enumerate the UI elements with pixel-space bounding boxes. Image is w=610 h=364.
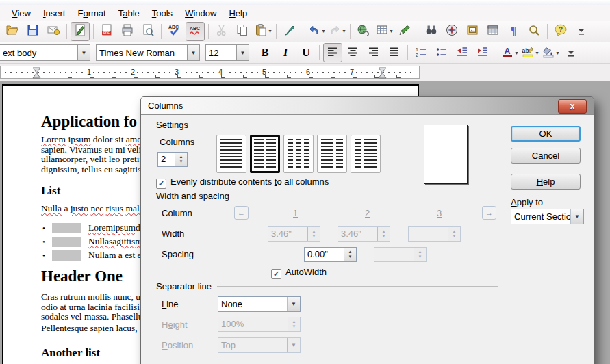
chevron-down-icon[interactable]: ▾ [515, 50, 518, 56]
email-button[interactable] [44, 22, 63, 41]
doc-line: Pellentesque sapien lacus, aliq [41, 324, 153, 334]
close-icon[interactable]: X [558, 99, 587, 114]
line-style-select[interactable]: None ▼ [218, 296, 301, 312]
indent-marker-left[interactable] [32, 67, 41, 81]
preset-one-column[interactable] [216, 135, 246, 173]
underline-button[interactable]: U [296, 43, 316, 62]
align-left-button[interactable] [323, 43, 342, 62]
find-and-replace-button[interactable] [422, 22, 441, 41]
help-button[interactable]: ? [551, 22, 570, 41]
spinner-arrows-icon[interactable]: ▲▼ [344, 248, 356, 261]
chevron-down-icon[interactable]: ▾ [535, 50, 538, 56]
insert-table-button[interactable]: ▾ [374, 22, 394, 41]
page-preview-button[interactable] [138, 22, 157, 41]
preset-two-columns[interactable] [250, 135, 280, 173]
ruler-half-tick [112, 75, 116, 78]
font-size-combo[interactable]: 12 ▼ [205, 44, 249, 61]
chevron-down-icon[interactable]: ▼ [77, 45, 90, 60]
chevron-down-icon[interactable]: ▾ [556, 50, 559, 56]
chevron-down-icon[interactable]: ▾ [322, 28, 325, 34]
align-center-button[interactable] [344, 43, 363, 62]
formatting-marks-button[interactable]: ¶ [504, 22, 523, 41]
gallery-button[interactable] [463, 22, 482, 41]
spelling-button[interactable]: ABC [165, 22, 184, 41]
width-1-value: 3.46" [268, 227, 307, 241]
chevron-down-icon[interactable]: ▾ [390, 28, 392, 34]
italic-button[interactable]: I [276, 43, 295, 62]
edit-file-button[interactable] [71, 22, 90, 41]
clone-formatting-button[interactable] [280, 22, 299, 41]
writer-window: ViewInsertFormatTableToolsWindowHelp PDF… [0, 0, 610, 364]
data-sources-button[interactable] [483, 22, 503, 41]
autowidth-checkbox[interactable]: ✓ [271, 269, 281, 279]
copy-button[interactable] [233, 22, 252, 41]
highlight-color-button[interactable]: ab▾ [520, 43, 539, 62]
decrease-indent-button[interactable] [453, 43, 472, 62]
font-name-combo[interactable]: Times New Roman ▼ [96, 44, 200, 61]
menu-help[interactable]: Help [223, 7, 253, 20]
open-button[interactable] [3, 22, 22, 41]
export-pdf-button[interactable]: PDF [97, 22, 116, 41]
spacing-1-field[interactable]: 0.00" ▲▼ [304, 247, 357, 262]
font-color-button[interactable]: A▾ [500, 43, 519, 62]
navigator-button[interactable] [442, 22, 461, 41]
toolbar-overflow-button[interactable] [572, 22, 591, 41]
distribute-checkbox[interactable]: ✓ [156, 179, 166, 189]
paste-button[interactable]: ▾ [253, 22, 272, 41]
show-draw-functions-button[interactable] [395, 22, 414, 41]
chevron-down-icon[interactable]: ▼ [187, 45, 199, 60]
spinner-arrows-icon[interactable]: ▲▼ [175, 153, 187, 166]
preset-three-columns[interactable] [283, 135, 314, 173]
preset-two-columns-left-wide[interactable] [317, 135, 347, 173]
ruler-half-tick [221, 75, 225, 78]
edit-file-icon [73, 23, 87, 39]
increase-indent-button[interactable] [473, 43, 492, 62]
column-number-3: 3 [437, 208, 442, 218]
zoom-button[interactable] [524, 22, 544, 41]
save-button[interactable] [23, 22, 42, 41]
menu-tools[interactable]: Tools [146, 7, 179, 20]
spacing-2-value [374, 248, 414, 261]
print-button[interactable] [118, 22, 137, 41]
chevron-down-icon[interactable]: ▼ [570, 209, 583, 224]
font-size-value: 12 [206, 48, 236, 58]
format-buttons: BIU12A▾ab▾▾ [255, 43, 581, 62]
hyperlink-button[interactable] [354, 22, 373, 41]
next-column-button[interactable]: → [482, 206, 496, 220]
align-right-button[interactable] [364, 43, 383, 62]
paragraph-style-combo[interactable]: ext body ▼ [0, 44, 90, 61]
ordered-list-button[interactable]: 12 [411, 43, 431, 62]
columns-count-spinner[interactable]: 2 ▲▼ [157, 152, 188, 167]
doc-list-intro: Nulla a justo nec risus malesu [41, 204, 152, 214]
menu-window[interactable]: Window [179, 7, 223, 20]
undo-button[interactable]: ▾ [307, 22, 326, 41]
unordered-list-button[interactable] [432, 43, 451, 62]
chevron-down-icon[interactable]: ▾ [268, 28, 271, 34]
menu-table[interactable]: Table [112, 7, 146, 20]
menu-format[interactable]: Format [71, 7, 112, 20]
chevron-down-icon[interactable]: ▾ [342, 28, 345, 34]
spelling-icon: ABC [168, 23, 181, 39]
align-justify-button[interactable] [385, 43, 404, 62]
apply-to-select[interactable]: Current Section ▼ [511, 209, 584, 224]
toolbar-separator [93, 24, 94, 39]
menu-insert[interactable]: Insert [37, 7, 72, 20]
indent-marker-right[interactable] [378, 67, 387, 81]
help-button[interactable]: Help [511, 174, 581, 190]
ok-button[interactable]: OK [511, 126, 581, 142]
dialog-titlebar[interactable]: Columns X [141, 97, 594, 115]
auto-spellcheck-button[interactable]: ABC [186, 22, 205, 41]
background-color-button[interactable]: ▾ [541, 43, 560, 62]
spinner-arrows-icon: ▲▼ [448, 227, 460, 241]
previous-column-button[interactable]: ← [234, 206, 249, 220]
ruler-half-tick [199, 75, 203, 78]
menu-view[interactable]: View [5, 7, 37, 20]
bold-button[interactable]: B [255, 43, 275, 62]
horizontal-ruler[interactable]: 1234567 [0, 66, 420, 79]
chevron-down-icon[interactable]: ▼ [236, 45, 249, 60]
ruler-half-tick [309, 75, 313, 78]
chevron-down-icon[interactable]: ▼ [287, 297, 300, 311]
cancel-button[interactable]: Cancel [511, 148, 581, 164]
preset-two-columns-right-wide[interactable] [351, 135, 381, 173]
toolbar-overflow-2-button[interactable] [561, 43, 581, 62]
